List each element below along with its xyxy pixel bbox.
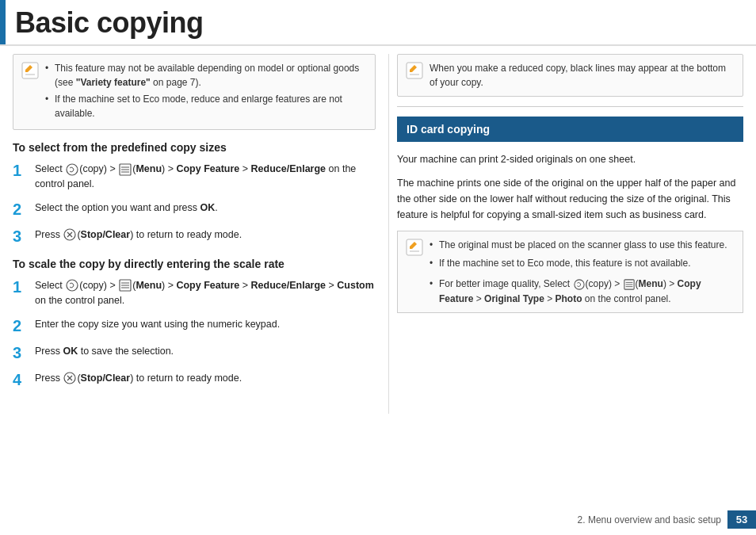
copy-icon-inline [574, 279, 585, 290]
step-item: 1 Select (copy) > (Menu) > Copy Feature … [13, 160, 376, 193]
id-card-para2: The machine prints one side of the origi… [397, 175, 743, 223]
section1-steps: 1 Select (copy) > (Menu) > Copy Feature … [13, 160, 376, 246]
section1-heading: To select from the predefined copy sizes [13, 141, 376, 154]
step-number: 4 [13, 369, 29, 390]
left-note-bullet-2: If the machine set to Eco mode, reduce a… [45, 92, 367, 120]
id-card-note-box: The original must be placed on the scann… [397, 231, 743, 313]
page-footer: 2. Menu overview and basic setup 53 [578, 510, 756, 529]
svg-point-10 [67, 280, 78, 291]
id-note-extra: • For better image quality, Select (copy… [430, 277, 735, 306]
step-item: 2 Enter the copy size you want using the… [13, 315, 376, 336]
right-note-text: When you make a reduced copy, black line… [430, 61, 735, 90]
copy-icon [66, 163, 78, 176]
id-card-body: Your machine can print 2-sided originals… [397, 151, 743, 313]
section2-steps: 1 Select (copy) > (Menu) > Copy Feature … [13, 277, 376, 390]
step-item: 3 Press OK to save the selection. [13, 342, 376, 363]
copy-icon [66, 279, 78, 292]
stop-clear-icon [63, 228, 76, 241]
step-item: 4 Press (Stop/Clear) to return to ready … [13, 369, 376, 390]
step-number: 3 [13, 342, 29, 363]
footer-text: 2. Menu overview and basic setup [578, 514, 727, 525]
id-note-bullet-2: If the machine set to Eco mode, this fea… [430, 256, 735, 271]
step-text: Press OK to save the selection. [35, 342, 174, 359]
page-header: Basic copying [0, 0, 756, 46]
note-pencil-icon [21, 62, 39, 79]
step-text: Select (copy) > (Menu) > Copy Feature > … [35, 277, 376, 309]
section2-heading: To scale the copy by directly entering t… [13, 258, 376, 270]
page-title: Basic copying [6, 0, 213, 44]
note-pencil-icon-right [406, 62, 423, 79]
note-pencil-icon-id [406, 239, 423, 256]
left-note-bullet-1: This feature may not be available depend… [45, 61, 367, 90]
header-accent-bar [0, 0, 6, 44]
svg-point-22 [574, 280, 583, 289]
stop-clear-icon [63, 372, 76, 384]
divider [397, 106, 743, 107]
id-card-para1: Your machine can print 2-sided originals… [397, 151, 743, 167]
step-item: 3 Press (Stop/Clear) to return to ready … [13, 226, 376, 246]
menu-icon [119, 279, 132, 292]
menu-icon-inline [624, 279, 635, 290]
left-note-box: This feature may not be available depend… [13, 54, 376, 130]
step-number: 2 [13, 315, 29, 336]
right-note-box: When you make a reduced copy, black line… [397, 54, 743, 97]
left-note-text: This feature may not be available depend… [45, 61, 367, 123]
id-card-note-inner: The original must be placed on the scann… [406, 238, 735, 306]
step-item: 2 Select the option you want and press O… [13, 199, 376, 220]
svg-point-2 [67, 164, 78, 175]
left-column: This feature may not be available depend… [0, 54, 388, 414]
step-item: 1 Select (copy) > (Menu) > Copy Feature … [13, 277, 376, 309]
step-text: Press (Stop/Clear) to return to ready mo… [35, 226, 242, 243]
id-card-note-text: The original must be placed on the scann… [430, 238, 735, 306]
step-text: Enter the copy size you want using the n… [35, 315, 280, 332]
content-area: This feature may not be available depend… [0, 46, 756, 414]
page-container: Basic copying This feature may not be av… [0, 0, 756, 535]
step-number: 1 [13, 160, 29, 181]
step-text: Press (Stop/Clear) to return to ready mo… [35, 369, 242, 386]
step-number: 2 [13, 199, 29, 220]
id-card-heading: ID card copying [397, 117, 743, 142]
footer-page-number: 53 [727, 510, 756, 529]
step-number: 3 [13, 226, 29, 246]
id-note-bullet-1: The original must be placed on the scann… [430, 238, 735, 253]
step-text: Select the option you want and press OK. [35, 199, 218, 216]
step-text: Select (copy) > (Menu) > Copy Feature > … [35, 160, 376, 193]
menu-icon [119, 163, 132, 176]
step-number: 1 [13, 277, 29, 297]
right-column: When you make a reduced copy, black line… [388, 54, 756, 414]
